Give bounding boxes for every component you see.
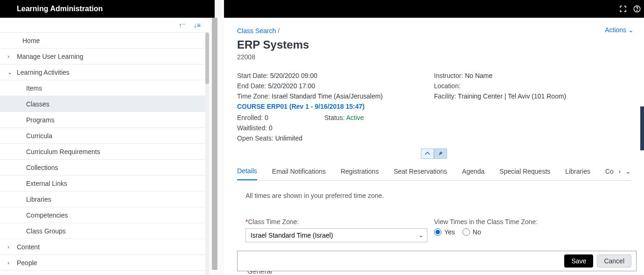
end-date-label: End Date: xyxy=(237,82,266,90)
end-date-value: 5/20/2020 17:00 xyxy=(268,82,315,90)
class-timezone-select[interactable]: ⌄ xyxy=(245,228,427,242)
sidebar-item-label: People xyxy=(17,259,37,267)
course-link[interactable]: COURSE ERP01 (Rev 1 - 9/16/2018 15:47) xyxy=(237,103,434,110)
tabs-overflow-menu-icon[interactable]: ⌄ xyxy=(625,168,631,175)
enrolled-value: 0 xyxy=(265,114,268,121)
sidebar-item-items[interactable]: Items xyxy=(0,80,209,96)
chevron-down-icon: ⌄ xyxy=(7,69,15,76)
tab-agenda[interactable]: Agenda xyxy=(462,163,484,180)
tab-registrations[interactable]: Registrations xyxy=(341,163,379,180)
sidebar-item-external-links[interactable]: External Links xyxy=(0,176,209,191)
sidebar-item-label: Curricula xyxy=(26,132,52,140)
collapse-all-icon[interactable]: ↑⁻ xyxy=(179,21,185,29)
view-times-yes-option[interactable]: Yes xyxy=(434,228,455,236)
splitter[interactable] xyxy=(209,18,224,275)
cancel-button[interactable]: Cancel xyxy=(597,254,631,268)
start-date-label: Start Date: xyxy=(237,72,268,79)
sidebar-item-label: Curriculum Requirements xyxy=(26,148,100,155)
sidebar-item-label: External Links xyxy=(26,180,67,187)
sidebar-item-label: Libraries xyxy=(26,196,51,203)
sidebar-item-class-groups[interactable]: Class Groups xyxy=(0,223,209,239)
chevron-right-icon: › xyxy=(7,260,15,266)
instructor-label: Instructor: xyxy=(434,72,463,79)
facility-label: Facility: xyxy=(434,92,456,100)
open-seats-value: Unlimited xyxy=(275,134,302,142)
view-times-no-option[interactable]: No xyxy=(462,228,481,236)
save-button[interactable]: Save xyxy=(564,254,593,268)
actions-menu[interactable]: Actions ⌄ xyxy=(605,26,634,34)
status-value: Active xyxy=(346,114,364,121)
header-collapse-bar xyxy=(237,149,631,161)
location-label: Location: xyxy=(434,82,461,90)
sidebar-scrollbar[interactable] xyxy=(205,33,209,275)
sidebar-item-label: Collections xyxy=(26,164,58,171)
pin-header-button[interactable] xyxy=(434,148,447,159)
sidebar: ↑⁻ ↓≡ Home ›Manage User Learning ⌄Learni… xyxy=(0,18,209,275)
svg-point-1 xyxy=(637,10,637,11)
sidebar-item-label: Competencies xyxy=(26,212,68,219)
open-seats-label: Open Seats: xyxy=(237,134,273,142)
radio-yes[interactable] xyxy=(434,228,441,236)
sidebar-item-collections[interactable]: Collections xyxy=(0,160,209,176)
timezone-note: All times are shown in your preferred ti… xyxy=(245,192,623,199)
class-info: Start Date: 5/20/2020 09:00 End Date: 5/… xyxy=(237,72,631,145)
sidebar-item-home[interactable]: Home xyxy=(0,33,209,49)
radio-no[interactable] xyxy=(462,228,470,236)
main-panel: Class Search / Actions ⌄ ERP Systems 220… xyxy=(224,18,644,275)
class-timezone-input[interactable] xyxy=(245,228,427,242)
timezone-label: Time Zone: xyxy=(237,92,270,100)
tab-seat-reservations[interactable]: Seat Reservations xyxy=(394,163,447,180)
breadcrumb-sep: / xyxy=(276,27,280,35)
sidebar-item-programs[interactable]: Programs xyxy=(0,112,209,128)
sidebar-item-curriculum-requirements[interactable]: Curriculum Requirements xyxy=(0,144,209,160)
sidebar-item-classes[interactable]: Classes xyxy=(0,96,209,112)
class-timezone-label: *Class Time Zone: xyxy=(245,218,434,226)
sidebar-item-label: Manage User Learning xyxy=(17,53,83,60)
start-date-value: 5/20/2020 09:00 xyxy=(270,72,317,79)
timezone-value: Israel Standard Time (Asia/Jerusalem) xyxy=(272,92,383,100)
sidebar-item-curricula[interactable]: Curricula xyxy=(0,128,209,144)
sidebar-item-label: Home xyxy=(22,37,40,44)
app-title: Learning Administration xyxy=(17,5,103,13)
sidebar-item-content[interactable]: ›Content xyxy=(0,239,209,255)
help-icon[interactable] xyxy=(633,5,641,13)
breadcrumb: Class Search / xyxy=(237,27,631,35)
breadcrumb-link-class-search[interactable]: Class Search xyxy=(237,27,276,35)
tab-more-truncated[interactable]: Co xyxy=(605,163,614,180)
fullscreen-icon[interactable] xyxy=(619,5,627,13)
sidebar-item-label: Programs xyxy=(26,116,55,124)
tab-special-requests[interactable]: Special Requests xyxy=(499,163,550,180)
sidebar-nav: Home ›Manage User Learning ⌄Learning Act… xyxy=(0,33,209,271)
sidebar-item-competencies[interactable]: Competencies xyxy=(0,207,209,223)
sidebar-item-label: Items xyxy=(26,85,42,92)
tab-details[interactable]: Details xyxy=(237,162,257,180)
chevron-right-icon: › xyxy=(7,53,15,60)
collapse-header-button[interactable] xyxy=(421,148,434,159)
waitlisted-label: Waitlisted: xyxy=(237,124,267,132)
tabs: Details Email Notifications Registration… xyxy=(237,162,631,181)
sidebar-item-label: Classes xyxy=(26,100,49,108)
sidebar-item-people[interactable]: ›People xyxy=(0,255,209,271)
waitlisted-value: 0 xyxy=(269,124,273,132)
tabs-scroll-right-icon[interactable]: › xyxy=(618,168,621,175)
details-section: All times are shown in your preferred ti… xyxy=(237,181,631,242)
sidebar-item-libraries[interactable]: Libraries xyxy=(0,191,209,207)
sidebar-item-label: Learning Activities xyxy=(17,69,70,76)
app-header-left: Learning Administration xyxy=(0,0,215,18)
facility-value: Training Center | Tel Aviv (101 Room) xyxy=(458,92,566,100)
actions-label: Actions xyxy=(605,26,626,34)
main-scrollbar[interactable] xyxy=(640,106,644,150)
sort-icon[interactable]: ↓≡ xyxy=(194,21,201,29)
tab-email-notifications[interactable]: Email Notifications xyxy=(272,163,326,180)
tab-libraries[interactable]: Libraries xyxy=(565,163,590,180)
scrollbar-thumb[interactable] xyxy=(205,33,209,84)
sidebar-item-learning-activities[interactable]: ⌄Learning Activities xyxy=(0,64,209,80)
splitter-handle[interactable] xyxy=(212,18,217,270)
chevron-down-icon: ⌄ xyxy=(628,26,634,34)
page-title: ERP Systems xyxy=(237,38,631,51)
view-times-label: View Times in the Class Time Zone: xyxy=(434,218,623,226)
chevron-right-icon: › xyxy=(7,244,15,250)
footer-bar: Save Cancel xyxy=(237,251,637,271)
sidebar-item-manage-user-learning[interactable]: ›Manage User Learning xyxy=(0,49,209,64)
sidebar-toolbar: ↑⁻ ↓≡ xyxy=(0,18,209,33)
